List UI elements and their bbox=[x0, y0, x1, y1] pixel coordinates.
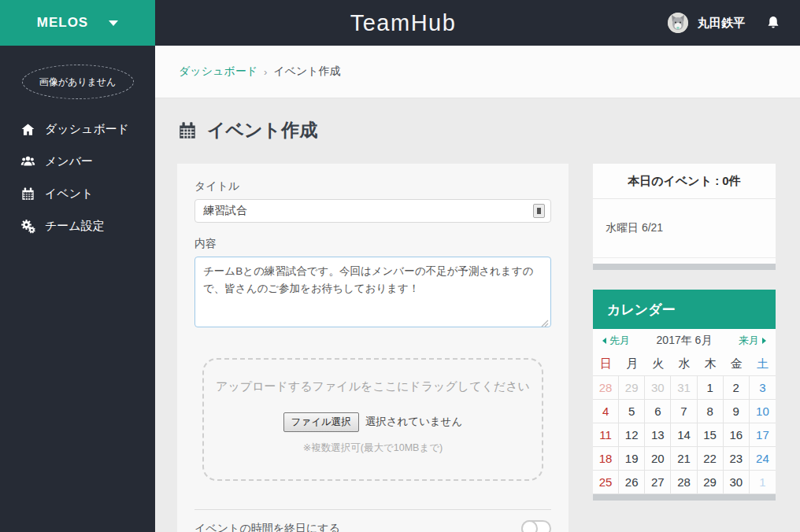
team-selector[interactable]: MELOS bbox=[0, 0, 155, 46]
calendar-day[interactable]: 1 bbox=[698, 376, 724, 400]
autofill-icon[interactable] bbox=[533, 204, 545, 218]
calendar-day[interactable]: 13 bbox=[645, 423, 671, 447]
breadcrumb: ダッシュボード › イベント作成 bbox=[179, 65, 341, 79]
file-drop-zone[interactable]: アップロードするファイルをここにドラッグしてください ファイル選択 選択されてい… bbox=[202, 358, 543, 481]
sidebar-item-events[interactable]: イベント bbox=[0, 178, 155, 210]
calendar-month-label: 2017年 6月 bbox=[657, 334, 713, 348]
calendar-day[interactable]: 3 bbox=[750, 376, 776, 400]
calendar-day[interactable]: 28 bbox=[593, 376, 619, 400]
triangle-right-icon bbox=[762, 338, 766, 344]
top-header: MELOS TeamHub 丸田鉄平 bbox=[0, 0, 800, 46]
calendar-day[interactable]: 12 bbox=[619, 423, 645, 447]
calendar-day[interactable]: 31 bbox=[671, 376, 697, 400]
calendar-day[interactable]: 10 bbox=[750, 400, 776, 423]
drag-text: アップロードするファイルをここにドラッグしてください bbox=[216, 378, 531, 395]
sidebar-item-label: メンバー bbox=[45, 154, 93, 169]
team-image-placeholder: 画像がありません bbox=[22, 65, 134, 99]
calendar-day[interactable]: 16 bbox=[724, 423, 750, 447]
today-events-header: 本日のイベント : 0件 bbox=[593, 164, 776, 199]
today-events-card: 本日のイベント : 0件 水曜日 6/21 bbox=[593, 164, 776, 270]
sidebar-item-settings[interactable]: チーム設定 bbox=[0, 210, 155, 242]
calendar-day[interactable]: 20 bbox=[645, 447, 671, 471]
card-bottom-strip bbox=[593, 264, 776, 270]
calendar-day[interactable]: 27 bbox=[645, 471, 671, 494]
content: イベント作成 タイトル 内容 チームBとの練習試合です。今回はメンバーの不足が予… bbox=[155, 98, 800, 532]
bell-icon[interactable] bbox=[765, 14, 781, 31]
app-logo: TeamHub bbox=[350, 0, 457, 46]
weekday-label: 火 bbox=[645, 353, 671, 376]
breadcrumb-separator: › bbox=[264, 66, 267, 78]
sidebar-item-label: イベント bbox=[45, 187, 93, 201]
calendar-day[interactable]: 1 bbox=[750, 471, 776, 494]
sidebar-item-label: ダッシュボード bbox=[45, 122, 129, 137]
page-title: イベント作成 bbox=[177, 118, 317, 142]
calendar-day[interactable]: 21 bbox=[671, 447, 697, 471]
user-area: 丸田鉄平 bbox=[668, 0, 781, 46]
gears-icon bbox=[20, 219, 35, 234]
today-events-date: 水曜日 6/21 bbox=[593, 199, 776, 258]
users-icon bbox=[20, 154, 35, 169]
calendar-day[interactable]: 7 bbox=[671, 400, 697, 423]
calendar-day[interactable]: 4 bbox=[593, 400, 619, 423]
user-name[interactable]: 丸田鉄平 bbox=[698, 16, 745, 31]
calendar-day[interactable]: 9 bbox=[724, 400, 750, 423]
no-file-text: 選択されていません bbox=[365, 415, 463, 429]
calendar-day[interactable]: 30 bbox=[645, 376, 671, 400]
calendar-day[interactable]: 18 bbox=[593, 447, 619, 471]
event-form-card: タイトル 内容 チームBとの練習試合です。今回はメンバーの不足が予測されますので… bbox=[177, 164, 569, 532]
sidebar-item-label: チーム設定 bbox=[45, 219, 105, 234]
triangle-left-icon bbox=[602, 338, 606, 344]
weekday-label: 水 bbox=[671, 353, 697, 376]
main-area: ダッシュボード › イベント作成 イベント作成 タイトル 内容 チームBとの練習… bbox=[155, 46, 800, 532]
body-label: 内容 bbox=[194, 237, 551, 251]
prev-month-button[interactable]: 先月 bbox=[602, 334, 630, 348]
sidebar-item-members[interactable]: メンバー bbox=[0, 146, 155, 178]
calendar-weekday-row: 日月火水木金土 bbox=[593, 353, 776, 376]
title-input[interactable] bbox=[194, 199, 551, 223]
calendar-day[interactable]: 11 bbox=[593, 423, 619, 447]
sidebar-item-dashboard[interactable]: ダッシュボード bbox=[0, 113, 155, 146]
calendar-grid: 2829303112345678910111213141516171819202… bbox=[593, 376, 776, 494]
allday-label: イベントの時間を終日にする bbox=[194, 522, 340, 532]
avatar[interactable] bbox=[668, 13, 688, 33]
calendar-day[interactable]: 14 bbox=[671, 423, 697, 447]
toggle-knob bbox=[521, 520, 538, 532]
weekday-label: 日 bbox=[593, 353, 619, 376]
calendar-day[interactable]: 2 bbox=[724, 376, 750, 400]
breadcrumb-dashboard-link[interactable]: ダッシュボード bbox=[179, 65, 257, 79]
file-select-button[interactable]: ファイル選択 bbox=[283, 412, 359, 432]
weekday-label: 土 bbox=[750, 353, 776, 376]
calendar-icon bbox=[177, 120, 198, 141]
calendar-day[interactable]: 29 bbox=[698, 471, 724, 494]
calendar-icon bbox=[20, 187, 35, 201]
sidebar: 画像がありません ダッシュボード メンバー bbox=[0, 46, 155, 532]
next-month-button[interactable]: 来月 bbox=[739, 334, 766, 348]
title-label: タイトル bbox=[194, 179, 551, 194]
breadcrumb-current: イベント作成 bbox=[273, 65, 340, 79]
calendar-day[interactable]: 29 bbox=[619, 376, 645, 400]
breadcrumb-bar: ダッシュボード › イベント作成 bbox=[155, 46, 800, 98]
calendar-title: カレンダー bbox=[593, 290, 776, 329]
weekday-label: 月 bbox=[619, 353, 645, 376]
page-title-text: イベント作成 bbox=[207, 118, 317, 142]
home-icon bbox=[20, 122, 35, 137]
calendar-day[interactable]: 22 bbox=[698, 447, 724, 471]
body-textarea[interactable]: チームBとの練習試合です。今回はメンバーの不足が予測されますので、皆さんのご参加… bbox=[194, 257, 551, 327]
chevron-down-icon bbox=[109, 20, 118, 26]
weekday-label: 木 bbox=[698, 353, 724, 376]
team-name: MELOS bbox=[37, 15, 88, 31]
calendar-day[interactable]: 25 bbox=[593, 471, 619, 494]
calendar-day[interactable]: 15 bbox=[698, 423, 724, 447]
calendar-day[interactable]: 26 bbox=[619, 471, 645, 494]
calendar-day[interactable]: 23 bbox=[724, 447, 750, 471]
calendar-day[interactable]: 6 bbox=[645, 400, 671, 423]
calendar-day[interactable]: 28 bbox=[671, 471, 697, 494]
calendar-day[interactable]: 8 bbox=[698, 400, 724, 423]
allday-toggle[interactable] bbox=[521, 520, 551, 532]
calendar-day[interactable]: 30 bbox=[724, 471, 750, 494]
upload-note: ※複数選択可(最大で10MBまで) bbox=[204, 441, 542, 455]
calendar-day[interactable]: 19 bbox=[619, 447, 645, 471]
calendar-day[interactable]: 24 bbox=[750, 447, 776, 471]
calendar-day[interactable]: 17 bbox=[750, 423, 776, 447]
calendar-day[interactable]: 5 bbox=[619, 400, 645, 423]
